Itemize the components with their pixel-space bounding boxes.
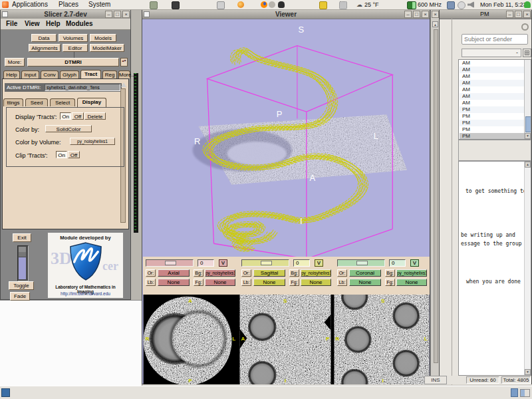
tab-reg[interactable]: Reg	[102, 70, 117, 78]
clip-tracts-off[interactable]: Off	[68, 151, 80, 158]
sliver-scroll-up-icon[interactable]: ▲	[432, 21, 438, 27]
alignments-module-button[interactable]: Alignments	[29, 44, 61, 52]
clip-tracts-on[interactable]: On	[56, 151, 67, 158]
credit-url[interactable]: http://lmi.bwh.harvard.edu	[48, 291, 123, 296]
firefox-icon[interactable]	[261, 1, 267, 8]
more-button[interactable]: More:	[5, 58, 25, 66]
notification-icon[interactable]	[269, 1, 275, 8]
fade-slider[interactable]	[17, 245, 29, 281]
trash-applet-icon[interactable]	[511, 388, 518, 397]
distro-menu-icon[interactable]	[2, 1, 9, 8]
scroll-up-icon[interactable]	[121, 82, 126, 87]
printer-icon[interactable]	[217, 1, 225, 9]
menu-file[interactable]: File	[6, 19, 17, 29]
display-tracts-on[interactable]: On	[60, 112, 71, 120]
subtab-display[interactable]: Display	[77, 98, 106, 107]
active-dtmri-value[interactable]: syhelixs1_dwi-nihdr_Tens	[45, 84, 120, 91]
editor-module-button[interactable]: Editor	[63, 44, 88, 52]
coronal-visibility-checkbox[interactable]: V	[410, 259, 419, 267]
message-row[interactable]: PM	[460, 126, 524, 133]
coronal-fg-volume-button[interactable]: None	[396, 279, 427, 286]
menu-places[interactable]: Places	[59, 0, 78, 9]
slice-viewports[interactable]: A R L P S A P I S R L I	[143, 295, 430, 384]
message-row[interactable]: AM	[460, 66, 524, 73]
coronal-orientation-button[interactable]: Coronal	[349, 269, 381, 277]
color-by-button[interactable]: SolidColor	[45, 125, 92, 132]
tab-input[interactable]: Input	[21, 70, 39, 78]
axial-label-volume-button[interactable]: None	[158, 279, 190, 286]
tab-help[interactable]: Help	[3, 70, 20, 78]
fade-button[interactable]: Fade	[10, 292, 30, 301]
tab-glyph[interactable]: Glyph	[60, 70, 79, 78]
coronal-slice-view[interactable]	[334, 295, 429, 384]
toggle-button[interactable]: Toggle	[9, 281, 34, 290]
workspace-switcher[interactable]	[520, 389, 530, 397]
coronal-slice-entry[interactable]: 0	[389, 259, 406, 267]
menu-help[interactable]: Help	[46, 19, 61, 29]
menu-applications[interactable]: Applications	[12, 0, 48, 9]
message-row[interactable]: AM	[460, 60, 524, 66]
modelmaker-module-button[interactable]: ModelMaker	[90, 44, 124, 52]
sagittal-slice-slider[interactable]	[241, 259, 289, 267]
sagittal-slice-view[interactable]	[240, 295, 331, 384]
message-row[interactable]: AM	[460, 73, 524, 80]
subtab-seed[interactable]: Seed	[25, 98, 48, 106]
penguin-icon[interactable]	[278, 1, 285, 8]
message-row[interactable]: PM	[460, 106, 524, 113]
sagittal-orientation-button[interactable]: Sagittal	[253, 269, 285, 277]
coronal-bg-volume-button[interactable]: py_noisyhelixs1_	[396, 269, 427, 277]
list-scrollbar[interactable]: ▼	[524, 60, 531, 139]
models-module-button[interactable]: Models	[90, 34, 116, 42]
viewer-maximize-button[interactable]: □	[413, 11, 420, 18]
volumes-module-button[interactable]: Volumes	[59, 34, 88, 42]
filter-dropdown[interactable]: -	[462, 49, 521, 57]
maximize-button[interactable]: □	[114, 11, 121, 18]
axial-fg-volume-button[interactable]: None	[205, 279, 235, 286]
session-icon[interactable]	[524, 1, 531, 8]
minimize-button[interactable]: –	[105, 11, 112, 18]
display-tracts-off[interactable]: Off	[72, 112, 84, 120]
tab-conv[interactable]: Conv	[41, 70, 59, 78]
viewer-titlebar[interactable]: Viewer – □ ×	[142, 10, 430, 19]
terminal-icon[interactable]	[172, 1, 180, 9]
current-module-field[interactable]: DTMRI	[27, 58, 119, 66]
viewer-close-button[interactable]: ×	[422, 11, 429, 18]
sagittal-fg-volume-button[interactable]: None	[301, 279, 331, 286]
axial-slice-slider[interactable]	[146, 259, 194, 267]
display-tracts-delete[interactable]: Delete	[84, 112, 106, 120]
sagittal-bg-volume-button[interactable]: py_noisyhelixs1_	[301, 269, 331, 277]
list-scroll-down-icon[interactable]: ▼	[525, 133, 531, 139]
menu-modules[interactable]: Modules	[66, 19, 93, 29]
app-icon[interactable]	[237, 1, 244, 8]
update-icon[interactable]	[458, 1, 466, 9]
subtab-select[interactable]: Select	[50, 98, 75, 106]
sagittal-slider-handle[interactable]	[261, 261, 272, 265]
sagittal-label-volume-button[interactable]: None	[253, 279, 285, 286]
message-row[interactable]: PM	[460, 113, 524, 120]
settings-gear-icon[interactable]	[521, 23, 529, 31]
preview-scrollbar[interactable]: ▲ ▼	[524, 162, 531, 375]
volume-icon[interactable]	[467, 1, 474, 8]
axial-slice-entry[interactable]: 0	[198, 259, 214, 267]
sliver-close-button[interactable]: ×	[432, 11, 439, 18]
menu-system[interactable]: System	[88, 0, 110, 9]
coronal-slider-handle[interactable]	[356, 261, 368, 265]
network-monitor-icon[interactable]	[447, 1, 455, 9]
coronal-label-volume-button[interactable]: None	[349, 279, 381, 286]
message-row[interactable]: PM	[460, 120, 524, 126]
message-row[interactable]: AM	[460, 93, 524, 100]
slicer-titlebar[interactable]: Slicer 2.7-dev – □ ×	[1, 10, 130, 19]
color-by-volume-button[interactable]: py_noisyhelixs1	[70, 138, 115, 145]
menu-view[interactable]: View	[25, 19, 40, 29]
list-scroll-thumb[interactable]	[525, 116, 531, 132]
viewer-minimize-button[interactable]: –	[404, 11, 412, 18]
message-row[interactable]: AM	[460, 80, 524, 86]
search-input[interactable]	[462, 34, 528, 45]
message-row-selected[interactable]: PM	[460, 133, 524, 140]
preview-scroll-down-icon[interactable]: ▼	[525, 369, 531, 375]
tab-more[interactable]: More...	[118, 70, 130, 78]
slider-thumb[interactable]	[19, 257, 26, 279]
show-desktop-icon[interactable]	[1, 388, 10, 397]
tab-tract[interactable]: Tract	[80, 70, 101, 79]
spin-down-icon[interactable]: ▾	[124, 59, 126, 63]
